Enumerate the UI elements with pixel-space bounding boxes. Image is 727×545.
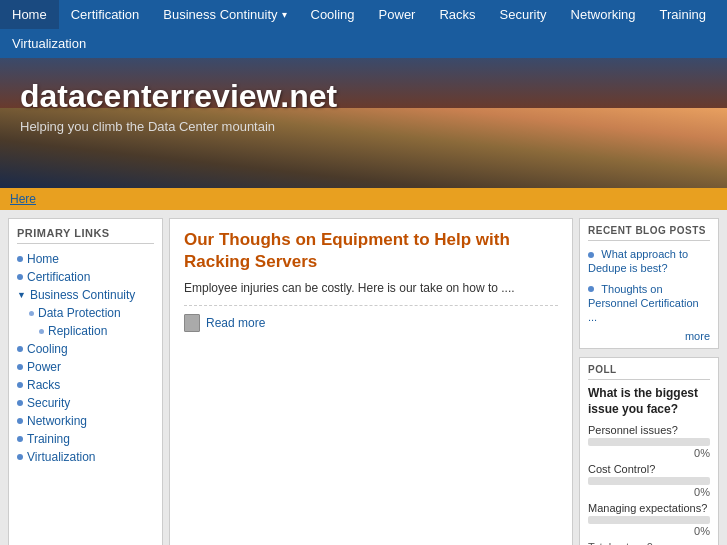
nav-networking[interactable]: Networking	[559, 0, 648, 29]
article-title: Our Thoughs on Equipment to Help with Ra…	[184, 229, 558, 273]
bullet-icon	[29, 311, 34, 316]
sidebar-item-home[interactable]: Home	[17, 250, 154, 268]
poll-option-3: Managing expectations? 0%	[588, 502, 710, 537]
site-title: datacenterreview.net	[20, 78, 337, 115]
sidebar-item-data-protection[interactable]: Data Protection	[17, 304, 154, 322]
sidebar-item-replication[interactable]: Replication	[17, 322, 154, 340]
sidebar-item-virtualization[interactable]: Virtualization	[17, 448, 154, 466]
poll-box: POLL What is the biggest issue you face?…	[579, 357, 719, 545]
sidebar-item-business-continuity[interactable]: ▼ Business Continuity	[17, 286, 154, 304]
nav-cooling[interactable]: Cooling	[299, 0, 367, 29]
center-content: Our Thoughs on Equipment to Help with Ra…	[169, 218, 573, 545]
poll-option-label-1: Personnel issues?	[588, 424, 710, 436]
sidebar-item-training[interactable]: Training	[17, 430, 154, 448]
poll-option-2: Cost Control? 0%	[588, 463, 710, 498]
read-more-link[interactable]: Read more	[206, 316, 265, 330]
read-more-row: Read more	[184, 314, 558, 332]
main-content: PRIMARY LINKS Home Certification ▼ Busin…	[0, 210, 727, 545]
sidebar-item-certification[interactable]: Certification	[17, 268, 154, 286]
nav-virtualization[interactable]: Virtualization	[0, 29, 98, 58]
header-banner: datacenterreview.net Helping you climb t…	[0, 58, 727, 188]
nav-racks[interactable]: Racks	[427, 0, 487, 29]
bullet-icon	[588, 286, 594, 292]
nav-certification[interactable]: Certification	[59, 0, 152, 29]
sidebar-item-racks[interactable]: Racks	[17, 376, 154, 394]
more-link[interactable]: more	[588, 330, 710, 342]
sidebar-title: PRIMARY LINKS	[17, 227, 154, 244]
blog-post-item-2: Thoughts on Personnel Certification ...	[588, 282, 710, 325]
bullet-icon	[588, 252, 594, 258]
arrow-down-icon: ▼	[17, 290, 26, 300]
blog-posts-box: RECENT BLOG POSTS What approach to Dedup…	[579, 218, 719, 349]
poll-bar-bg-1	[588, 438, 710, 446]
sidebar-item-power[interactable]: Power	[17, 358, 154, 376]
nav-home[interactable]: Home	[0, 0, 59, 29]
poll-pct-2: 0%	[588, 486, 710, 498]
sidebar: PRIMARY LINKS Home Certification ▼ Busin…	[8, 218, 163, 545]
poll-total: Total votes: 0	[588, 541, 710, 545]
blog-post-item-1: What approach to Dedupe is best?	[588, 247, 710, 276]
bullet-icon	[17, 418, 23, 424]
sidebar-item-cooling[interactable]: Cooling	[17, 340, 154, 358]
poll-bar-bg-2	[588, 477, 710, 485]
poll-bar-bg-3	[588, 516, 710, 524]
right-sidebar: RECENT BLOG POSTS What approach to Dedup…	[579, 218, 719, 545]
nav-business-continuity[interactable]: Business Continuity ▾	[151, 0, 298, 29]
site-subtitle: Helping you climb the Data Center mounta…	[20, 119, 337, 134]
bullet-icon	[17, 274, 23, 280]
bullet-icon	[17, 256, 23, 262]
orange-bar-link[interactable]: Here	[10, 192, 36, 206]
poll-pct-3: 0%	[588, 525, 710, 537]
article-excerpt: Employee injuries can be costly. Here is…	[184, 281, 558, 295]
sidebar-item-networking[interactable]: Networking	[17, 412, 154, 430]
header-text: datacenterreview.net Helping you climb t…	[20, 78, 337, 134]
bullet-icon	[39, 329, 44, 334]
blog-posts-title: RECENT BLOG POSTS	[588, 225, 710, 241]
bullet-icon	[17, 346, 23, 352]
document-icon	[184, 314, 200, 332]
poll-option-1: Personnel issues? 0%	[588, 424, 710, 459]
bullet-icon	[17, 382, 23, 388]
nav-training[interactable]: Training	[648, 0, 718, 29]
orange-bar: Here	[0, 188, 727, 210]
blog-post-link-2[interactable]: Thoughts on Personnel Certification ...	[588, 283, 699, 324]
bullet-icon	[17, 454, 23, 460]
bullet-icon	[17, 364, 23, 370]
bullet-icon	[17, 400, 23, 406]
article-divider	[184, 305, 558, 306]
poll-option-label-2: Cost Control?	[588, 463, 710, 475]
nav-power[interactable]: Power	[367, 0, 428, 29]
bullet-icon	[17, 436, 23, 442]
top-navigation: Home Certification Business Continuity ▾…	[0, 0, 727, 58]
dropdown-arrow-icon: ▾	[282, 9, 287, 20]
nav-security[interactable]: Security	[488, 0, 559, 29]
poll-title: POLL	[588, 364, 710, 380]
blog-post-link-1[interactable]: What approach to Dedupe is best?	[588, 248, 688, 274]
sidebar-item-security[interactable]: Security	[17, 394, 154, 412]
poll-option-label-3: Managing expectations?	[588, 502, 710, 514]
poll-pct-1: 0%	[588, 447, 710, 459]
poll-question: What is the biggest issue you face?	[588, 386, 710, 417]
